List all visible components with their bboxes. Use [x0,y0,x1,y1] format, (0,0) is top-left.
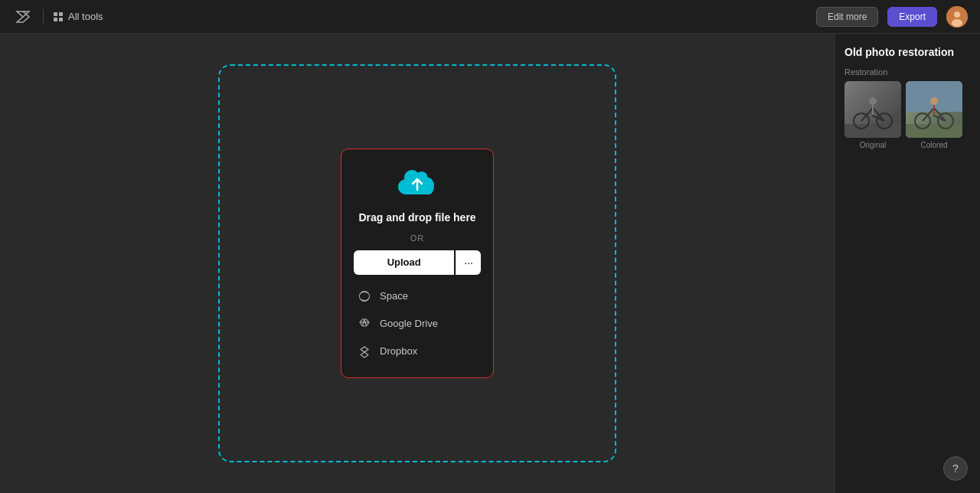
svg-rect-15 [906,81,962,138]
drag-drop-text: Drag and drop file here [358,211,475,226]
svg-rect-3 [59,18,63,21]
original-label: Original [860,141,886,149]
svg-point-18 [915,113,930,129]
svg-rect-16 [906,81,962,112]
google-drive-icon [357,316,372,331]
cloud-upload-icon [394,165,440,203]
svg-rect-14 [906,81,962,138]
svg-point-5 [954,11,960,18]
svg-rect-17 [906,124,962,138]
svg-point-19 [938,113,953,129]
source-list: Space Google Drive [354,282,481,365]
source-space[interactable]: Space [354,282,481,310]
space-icon [357,289,372,304]
svg-rect-2 [54,18,57,21]
edit-more-button[interactable]: Edit more [816,7,878,27]
svg-point-6 [952,19,962,27]
space-label: Space [380,290,408,302]
svg-point-12 [869,97,877,105]
export-button[interactable]: Export [887,7,937,27]
thumb-colored-wrap[interactable]: Colored [906,81,962,149]
main-layout: Drag and drop file here OR Upload ··· [0,34,980,493]
thumb-original[interactable] [844,81,901,138]
svg-point-20 [930,97,938,105]
right-panel: Old photo restoration Restoration [835,34,980,493]
restoration-label: Restoration [844,67,971,77]
all-tools-label: All tools [68,11,103,22]
or-text: OR [410,233,425,243]
svg-point-11 [877,113,892,129]
tools-icon [53,11,64,22]
svg-rect-0 [54,12,57,16]
ellipsis-icon: ··· [464,256,473,269]
svg-point-10 [854,113,869,129]
upload-card: Drag and drop file here OR Upload ··· [341,149,494,378]
colored-label: Colored [920,141,947,149]
panel-title: Old photo restoration [844,46,971,58]
logo[interactable] [12,6,34,28]
all-tools-nav[interactable]: All tools [53,11,103,22]
topbar-divider [43,9,44,24]
svg-rect-7 [844,81,901,138]
help-button[interactable]: ? [943,456,968,481]
question-mark-icon: ? [952,462,959,475]
google-drive-label: Google Drive [380,318,438,329]
restoration-thumbnails: Original [844,81,971,149]
dropbox-label: Dropbox [380,345,417,357]
drop-zone[interactable]: Drag and drop file here OR Upload ··· [218,64,616,462]
topbar: All tools Edit more Export [0,0,980,34]
dropbox-icon [357,344,372,359]
avatar-image [946,6,968,28]
svg-rect-9 [844,124,901,138]
upload-row: Upload ··· [354,250,481,275]
upload-more-button[interactable]: ··· [456,250,481,275]
canvas-area[interactable]: Drag and drop file here OR Upload ··· [0,34,835,493]
source-dropbox[interactable]: Dropbox [354,338,481,365]
svg-rect-1 [59,12,63,16]
source-google-drive[interactable]: Google Drive [354,310,481,338]
upload-button[interactable]: Upload [354,250,454,275]
thumb-original-wrap[interactable]: Original [844,81,901,149]
svg-rect-8 [844,81,901,138]
thumb-colored[interactable] [906,81,962,138]
avatar[interactable] [946,6,968,28]
